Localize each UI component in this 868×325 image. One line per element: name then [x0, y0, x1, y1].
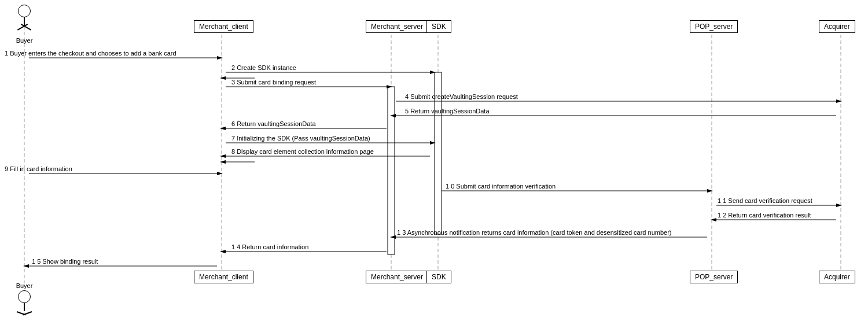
buyer-top-actor: Buyer: [10, 5, 38, 44]
buyer-bottom-circle: [18, 290, 31, 303]
svg-text:2 Create SDK instance: 2 Create SDK instance: [231, 64, 296, 71]
buyer-top-label: Buyer: [10, 37, 38, 44]
svg-text:1 5 Show binding result: 1 5 Show binding result: [32, 258, 98, 265]
svg-text:1 0 Submit card information ve: 1 0 Submit card information verification: [446, 183, 556, 190]
sdk-top-box: SDK: [426, 20, 451, 33]
svg-marker-43: [836, 204, 842, 207]
svg-marker-15: [220, 76, 226, 80]
sequence-diagram: 1 Buyer enters the checkout and chooses …: [0, 0, 868, 325]
pop-server-bottom-box: POP_server: [690, 271, 738, 283]
svg-rect-6: [388, 87, 395, 254]
svg-marker-37: [217, 172, 223, 175]
svg-marker-46: [711, 218, 716, 221]
svg-text:1 4 Return card information: 1 4 Return card information: [231, 243, 308, 250]
buyer-bottom-actor: Buyer: [10, 282, 38, 315]
svg-text:5 Return vaultingSessionData: 5 Return vaultingSessionData: [405, 108, 490, 115]
svg-marker-17: [387, 85, 392, 88]
svg-text:1 Buyer enters the checkout an: 1 Buyer enters the checkout and chooses …: [5, 50, 176, 57]
svg-text:1 1 Send card verification req: 1 1 Send card verification request: [718, 197, 812, 204]
svg-marker-40: [707, 189, 713, 193]
svg-marker-55: [23, 264, 29, 268]
svg-marker-49: [390, 235, 396, 239]
svg-text:9 Fill in card information: 9 Fill in card information: [5, 165, 72, 172]
svg-marker-35: [220, 160, 226, 164]
sdk-bottom-box: SDK: [426, 271, 451, 283]
buyer-bottom-label: Buyer: [10, 282, 38, 289]
merchant-server-top-box: Merchant_server: [366, 20, 428, 33]
svg-text:1 3 Asynchronous notification : 1 3 Asynchronous notification returns ca…: [397, 229, 671, 236]
buyer-top-circle: [18, 5, 31, 17]
svg-text:8 Display card element collect: 8 Display card element collection inform…: [231, 148, 374, 155]
svg-text:6 Return vaultingSessionData: 6 Return vaultingSessionData: [231, 120, 316, 127]
svg-text:3 Submit card binding request: 3 Submit card binding request: [231, 79, 316, 86]
svg-marker-26: [220, 127, 226, 130]
svg-marker-52: [220, 250, 226, 253]
svg-marker-20: [836, 99, 842, 103]
svg-marker-12: [430, 71, 436, 74]
svg-marker-9: [217, 56, 223, 60]
pop-server-top-box: POP_server: [690, 20, 738, 33]
svg-marker-32: [220, 154, 226, 158]
svg-text:7 Initializing the SDK (Pass v: 7 Initializing the SDK (Pass vaultingSes…: [231, 135, 370, 142]
svg-rect-7: [435, 72, 442, 234]
acquirer-bottom-box: Acquirer: [819, 271, 855, 283]
svg-marker-29: [430, 141, 436, 145]
svg-text:4 Submit createVaultingSession: 4 Submit createVaultingSession request: [405, 93, 518, 100]
merchant-server-bottom-box: Merchant_server: [366, 271, 428, 283]
svg-marker-23: [390, 114, 396, 117]
acquirer-top-box: Acquirer: [819, 20, 855, 33]
merchant-client-top-box: Merchant_client: [194, 20, 253, 33]
merchant-client-bottom-box: Merchant_client: [194, 271, 253, 283]
svg-text:1 2 Return card verification r: 1 2 Return card verification result: [718, 212, 811, 219]
